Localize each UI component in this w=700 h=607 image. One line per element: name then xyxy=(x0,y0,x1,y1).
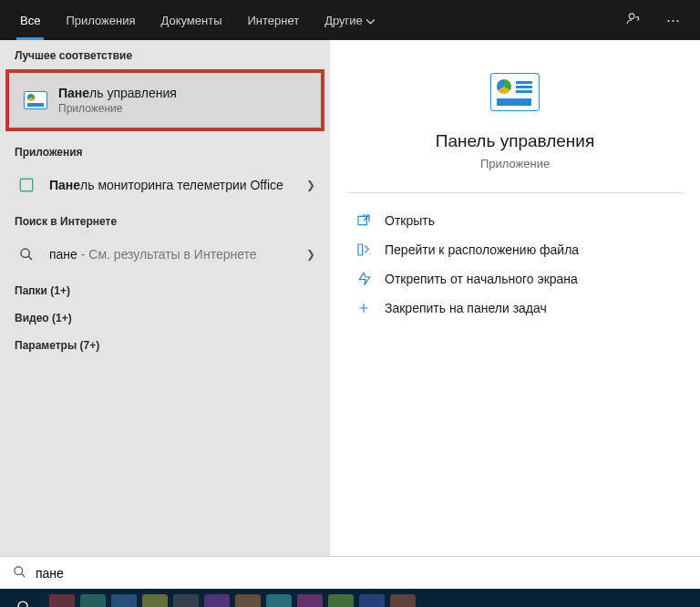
taskbar-app[interactable] xyxy=(235,594,261,607)
tab-all[interactable]: Все xyxy=(7,0,53,40)
action-unpin-start-label: Открепить от начального экрана xyxy=(385,272,578,286)
taskbar-app[interactable] xyxy=(173,594,199,607)
tab-internet[interactable]: Интернет xyxy=(234,0,312,40)
web-header: Поиск в Интернете xyxy=(0,206,330,233)
action-open-location[interactable]: Перейти к расположению файла xyxy=(335,235,695,264)
search-icon xyxy=(13,565,26,581)
taskbar-app[interactable] xyxy=(204,594,230,607)
action-unpin-start[interactable]: Открепить от начального экрана xyxy=(335,264,695,293)
search-input[interactable] xyxy=(36,566,687,581)
tab-more[interactable]: Другие xyxy=(312,0,387,40)
chevron-down-icon xyxy=(366,14,375,27)
svg-point-2 xyxy=(21,249,29,257)
preview-panel: Панель управления Приложение Открыть Пер… xyxy=(330,40,700,556)
tab-apps[interactable]: Приложения xyxy=(53,0,148,40)
action-open-location-label: Перейти к расположению файла xyxy=(385,242,579,257)
svg-rect-3 xyxy=(358,216,366,224)
tab-documents[interactable]: Документы xyxy=(148,0,234,40)
tabs-bar: Все Приложения Документы Интернет Другие… xyxy=(0,0,700,40)
unpin-icon xyxy=(354,272,374,286)
taskbar-app[interactable] xyxy=(359,594,385,607)
best-match-header: Лучшее соответствие xyxy=(0,40,330,67)
preview-title: Панель управления xyxy=(348,131,682,151)
app-result-telemetry[interactable]: Панель мониторинга телеметрии Office ❯ xyxy=(0,164,330,206)
search-bar[interactable] xyxy=(0,556,700,589)
best-match-result[interactable]: Панель управления Приложение xyxy=(5,69,324,131)
web-result-title: пане - См. результаты в Интернете xyxy=(49,247,306,262)
action-pin-taskbar[interactable]: Закрепить на панели задач xyxy=(335,293,695,323)
pin-icon xyxy=(354,301,374,315)
more-options-icon[interactable]: ⋯ xyxy=(654,12,693,28)
search-icon xyxy=(15,242,38,266)
svg-rect-1 xyxy=(20,179,33,191)
best-match-title: Панель управления xyxy=(58,86,306,100)
taskbar-app[interactable] xyxy=(80,594,106,607)
app-result-title: Панель мониторинга телеметрии Office xyxy=(49,178,306,192)
chevron-right-icon: ❯ xyxy=(306,248,315,261)
taskbar-app[interactable] xyxy=(111,594,137,607)
taskbar-app[interactable] xyxy=(328,594,354,607)
svg-point-4 xyxy=(15,566,23,574)
taskbar-apps xyxy=(49,594,416,607)
taskbar-app[interactable] xyxy=(49,594,75,607)
action-pin-taskbar-label: Закрепить на панели задач xyxy=(385,301,547,315)
tab-more-label: Другие xyxy=(324,14,363,27)
taskbar-app[interactable] xyxy=(390,594,416,607)
web-search-result[interactable]: пане - См. результаты в Интернете ❯ xyxy=(0,233,330,275)
svg-point-5 xyxy=(18,602,27,607)
open-icon xyxy=(354,213,374,228)
preview-sub: Приложение xyxy=(348,157,682,170)
taskbar-app[interactable] xyxy=(297,594,323,607)
folder-icon xyxy=(354,242,374,257)
taskbar xyxy=(0,589,700,607)
folders-header[interactable]: Папки (1+) xyxy=(0,275,330,303)
app-icon xyxy=(15,173,38,197)
action-open[interactable]: Открыть xyxy=(335,206,695,235)
results-panel: Лучшее соответствие Панель управления Пр… xyxy=(0,40,330,556)
taskbar-search-button[interactable] xyxy=(4,589,44,607)
chevron-right-icon: ❯ xyxy=(306,179,315,191)
actions-list: Открыть Перейти к расположению файла Отк… xyxy=(330,193,700,335)
best-match-sub: Приложение xyxy=(58,102,306,115)
videos-header[interactable]: Видео (1+) xyxy=(0,303,330,330)
control-panel-large-icon xyxy=(490,73,540,111)
feedback-icon[interactable] xyxy=(612,11,654,29)
control-panel-icon xyxy=(24,88,47,112)
svg-point-0 xyxy=(629,14,634,19)
action-open-label: Открыть xyxy=(385,213,435,228)
taskbar-app[interactable] xyxy=(266,594,292,607)
settings-header[interactable]: Параметры (7+) xyxy=(0,330,330,357)
apps-header: Приложения xyxy=(0,137,330,164)
taskbar-app[interactable] xyxy=(142,594,168,607)
